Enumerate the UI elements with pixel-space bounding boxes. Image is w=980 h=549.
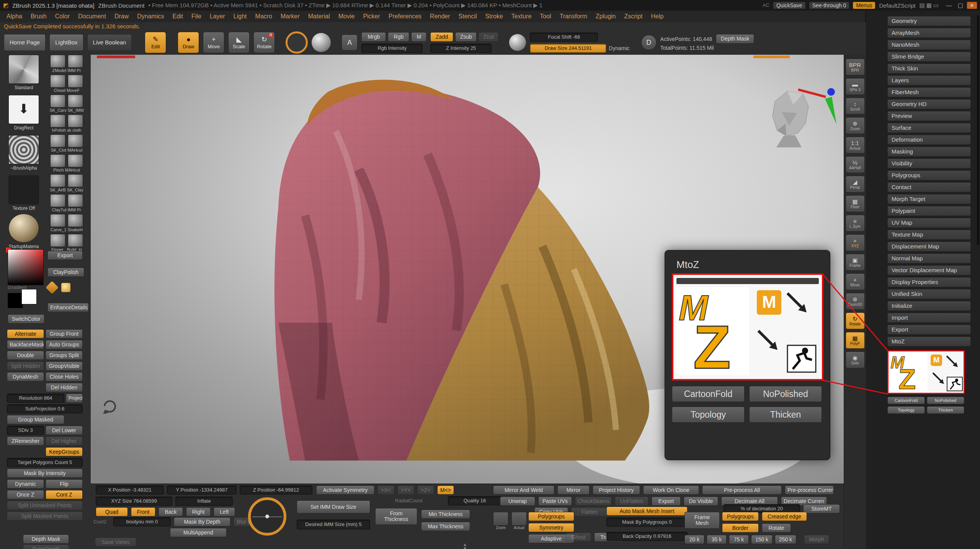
subpalette-header[interactable]: ArrayMesh bbox=[887, 28, 971, 38]
actual-doc-icon[interactable]: Actual bbox=[511, 512, 527, 530]
geometry-action-button[interactable]: Pre-process Curren bbox=[785, 485, 834, 495]
shelf-button[interactable]: Alternate bbox=[7, 329, 44, 338]
gradient-icon[interactable] bbox=[46, 281, 59, 294]
mtoz-action-button[interactable]: Thicken bbox=[749, 407, 822, 423]
mtoz-action-button[interactable]: NoPolished bbox=[927, 397, 964, 404]
rgb-button[interactable]: Rgb bbox=[388, 32, 409, 42]
geometry-action-button[interactable]: Project History bbox=[593, 485, 640, 495]
brush-thumbnail-icon[interactable] bbox=[68, 174, 83, 187]
morph-button[interactable]: Morph bbox=[804, 535, 829, 544]
subpalette-header[interactable]: Polypaint bbox=[887, 206, 971, 216]
shelf-button[interactable]: Group Masked bbox=[7, 415, 64, 424]
mask-control[interactable]: Mask By Polygroups 0 bbox=[606, 518, 688, 527]
brush-thumbnail-icon[interactable] bbox=[68, 95, 83, 108]
brush-thumbnail-icon[interactable] bbox=[50, 55, 65, 68]
nav-tile-spix-3[interactable]: ▬SPix 3 bbox=[846, 78, 865, 95]
subpalette-header[interactable]: Thick Skin bbox=[887, 64, 971, 74]
brush-thumbnail-icon[interactable] bbox=[68, 134, 83, 147]
nav-tile-scroll[interactable]: ↕Scroll bbox=[846, 98, 865, 114]
shelf-button[interactable]: Double bbox=[7, 351, 44, 360]
uv-action-button[interactable]: Do Visible bbox=[684, 497, 718, 506]
menu-item[interactable]: Picker bbox=[359, 13, 384, 20]
brush-slot--brushalpha[interactable]: ~BrushAlpha bbox=[8, 135, 40, 171]
live-boolean-button[interactable]: Live Boolean bbox=[87, 34, 132, 51]
subpalette-header[interactable]: FiberMesh bbox=[887, 87, 971, 97]
subpalette-header[interactable]: Layers bbox=[887, 75, 971, 85]
brush-thumbnail-icon[interactable] bbox=[68, 234, 83, 247]
nav-tile-rotate[interactable]: ↻Rotate bbox=[846, 312, 865, 329]
position-slider[interactable]: Z Position -64.99812 bbox=[240, 485, 312, 495]
frame-option-button[interactable]: Polygroups bbox=[722, 512, 759, 521]
polycount-target-button[interactable]: 250 k bbox=[775, 535, 796, 544]
symmetry-control[interactable]: M<> bbox=[437, 485, 454, 495]
shelf-button[interactable]: BackfaceMask bbox=[7, 340, 44, 349]
menu-item[interactable]: Draw bbox=[110, 13, 133, 20]
subpalette-header[interactable]: Visibility bbox=[887, 158, 971, 168]
mtoz-action-button[interactable]: CartoonFold bbox=[887, 397, 925, 404]
subpalette-header[interactable]: Texture Map bbox=[887, 230, 971, 240]
border-button[interactable]: Border bbox=[722, 523, 759, 533]
depth-mask-shelf-button[interactable]: Depth Mask bbox=[23, 534, 69, 544]
frame-option-button[interactable]: Creased edge bbox=[762, 512, 807, 521]
brush-thumbnail-icon[interactable] bbox=[50, 174, 65, 187]
menu-item[interactable]: Preferences bbox=[384, 13, 426, 20]
menu-item[interactable]: Help bbox=[647, 13, 668, 20]
insert-option-button[interactable]: Polygroups bbox=[528, 512, 574, 521]
shelf-button[interactable]: GroupVisible bbox=[46, 361, 83, 371]
polycount-target-button[interactable]: 35 k bbox=[707, 535, 727, 544]
stroke-preview-icon[interactable] bbox=[286, 31, 308, 54]
nav-tile-frame[interactable]: ▣Frame bbox=[846, 254, 865, 271]
subpalette-header[interactable]: Slime Bridge bbox=[887, 52, 971, 62]
menu-item[interactable]: Light bbox=[229, 13, 251, 20]
brush-thumbnail-icon[interactable] bbox=[68, 154, 83, 167]
subpalette-header[interactable]: Deformation bbox=[887, 135, 971, 145]
sculptris-sphere-icon[interactable] bbox=[509, 34, 526, 51]
menus-button[interactable]: Menus bbox=[853, 2, 875, 9]
home-page-button[interactable]: Home Page bbox=[4, 34, 46, 51]
shelf-button[interactable]: Split Unmasked Points bbox=[7, 501, 83, 510]
close-button[interactable]: × bbox=[967, 2, 977, 9]
back-opacity-slider[interactable]: Back Opacity 0.97916 bbox=[606, 532, 688, 541]
symmetry-control[interactable]: >Y< bbox=[397, 485, 414, 495]
brush-thumbnail-icon[interactable] bbox=[50, 234, 65, 247]
uv-action-button[interactable]: Export bbox=[652, 497, 681, 506]
subpalette-header[interactable]: MtoZ bbox=[887, 337, 971, 346]
menu-item[interactable]: Macro bbox=[251, 13, 276, 20]
rotate-button[interactable]: ↻ Rotate R bbox=[253, 32, 275, 53]
menu-item[interactable]: Zscript bbox=[620, 13, 647, 20]
menu-item[interactable]: File bbox=[187, 13, 206, 20]
brush-slot-dragrect[interactable]: ⬇DragRect bbox=[8, 95, 40, 131]
secondary-color-swatch[interactable] bbox=[21, 289, 37, 304]
shelf-button[interactable]: Split Masked Points bbox=[7, 511, 83, 521]
subpalette-header[interactable]: Import bbox=[887, 313, 971, 323]
subpalette-header[interactable]: Morph Target bbox=[887, 194, 971, 204]
subpalette-header[interactable]: Normal Map bbox=[887, 253, 971, 263]
subpalette-header[interactable]: Export bbox=[887, 325, 971, 335]
nav-tile-polyf[interactable]: ▦PolyF bbox=[846, 332, 865, 349]
subpalette-header[interactable]: Display Properties bbox=[887, 277, 971, 287]
subpalette-header[interactable]: Preview bbox=[887, 111, 971, 121]
depth-mask-button[interactable]: Depth Mask bbox=[716, 34, 754, 44]
display-toggle[interactable]: Ghost bbox=[566, 533, 591, 542]
shelf-button[interactable]: Del Higher bbox=[46, 436, 83, 446]
shelf-button[interactable]: SDiv 3 bbox=[7, 426, 44, 435]
mtoz-action-button[interactable]: Topology bbox=[887, 406, 925, 414]
brush-slot-standard[interactable]: Standard bbox=[8, 55, 40, 90]
lightbox-button[interactable]: LightBox bbox=[49, 34, 83, 51]
size-slider[interactable]: XYZ Size 764.08599 bbox=[96, 497, 172, 506]
menu-item[interactable]: Tool bbox=[536, 13, 555, 20]
view-button[interactable]: Quad bbox=[96, 507, 128, 516]
menu-item[interactable]: Marker bbox=[276, 13, 304, 20]
zsub-button[interactable]: Zsub bbox=[455, 32, 477, 42]
menu-item[interactable]: Color bbox=[51, 13, 74, 20]
view-button[interactable]: Right bbox=[186, 507, 211, 516]
zadd-button[interactable]: Zadd bbox=[430, 32, 453, 42]
main-color-swatch[interactable] bbox=[8, 293, 23, 308]
alpha-slot[interactable]: A bbox=[341, 34, 358, 51]
menu-item[interactable]: Stroke bbox=[481, 13, 507, 20]
subpalette-header[interactable]: Contact bbox=[887, 182, 971, 192]
menu-item[interactable]: Movie bbox=[334, 13, 359, 20]
shelf-button[interactable]: KeepGroups bbox=[46, 447, 83, 456]
switchcolor-button[interactable]: SwitchColor bbox=[8, 314, 44, 324]
decimation-control[interactable]: StoreMT bbox=[803, 504, 840, 513]
